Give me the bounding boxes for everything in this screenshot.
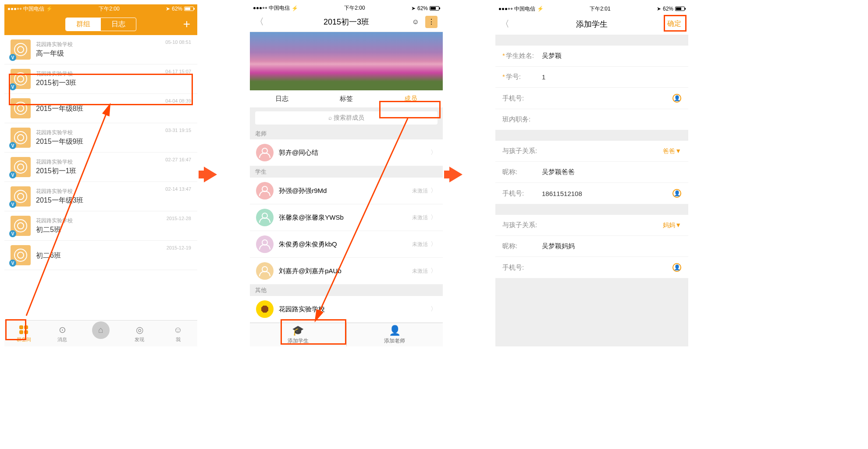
seg-logs[interactable]: 日志 xyxy=(101,18,136,31)
menu-icon[interactable]: ⋮ xyxy=(425,16,438,28)
chat-icon[interactable]: ☺ xyxy=(409,16,422,28)
add-student-button[interactable]: 🎓添加学生 xyxy=(250,323,347,346)
header: 〈 添加学生 确定 xyxy=(495,13,688,35)
group-item[interactable]: 2015一年级8班04-04 08:39 xyxy=(4,94,197,123)
search-input[interactable]: ⌕ 搜索群成员 xyxy=(255,111,438,125)
tabs: 日志 标签 成员 xyxy=(250,90,443,108)
sunflower-icon xyxy=(256,300,274,318)
member-item[interactable]: 花园路实验学校〉 xyxy=(250,296,443,323)
nav-me[interactable]: ☺我 xyxy=(159,321,197,346)
field-name[interactable]: *学生姓名:吴梦颖 xyxy=(495,46,688,67)
status-bar: 中国电信 ⚡ 下午2:00 ➤ 62% xyxy=(250,4,443,12)
field-relation[interactable]: 与孩子关系:爸爸▼ xyxy=(495,141,688,162)
grad-cap-icon: 🎓 xyxy=(292,325,304,336)
back-button[interactable]: 〈 xyxy=(501,18,509,30)
group-list: V花园路实验学校高一年级05-10 08:51 V花园路实验学校2015初一3班… xyxy=(4,35,197,320)
field-nick[interactable]: 昵称:吴梦颖爸爸 xyxy=(495,162,688,183)
group-item[interactable]: V初二6班2015-12-19 xyxy=(4,241,197,270)
member-item[interactable]: 孙强@孙强r9Md未激活〉 xyxy=(250,178,443,204)
group-item[interactable]: V花园路实验学校2015一年级9班03-31 19:15 xyxy=(4,123,197,153)
add-button[interactable]: + xyxy=(183,17,190,31)
group-item[interactable]: V花园路实验学校2015一年级3班02-14 13:47 xyxy=(4,182,197,211)
person-icon: 👤 xyxy=(389,325,401,336)
add-teacher-button[interactable]: 👤添加老师 xyxy=(347,323,443,346)
section-header: 其他 xyxy=(250,285,443,296)
group-item[interactable]: V花园路实验学校初二5班2015-12-28 xyxy=(4,211,197,241)
field-relation[interactable]: 与孩子关系:妈妈▼ xyxy=(495,215,688,236)
arrow-icon xyxy=(449,167,462,182)
section-header: 老师 xyxy=(250,128,443,139)
tab-log[interactable]: 日志 xyxy=(250,90,314,107)
section-header: 学生 xyxy=(250,166,443,178)
contact-icon[interactable]: 👤 xyxy=(672,189,681,198)
group-item[interactable]: V花园路实验学校2015初一3班04-17 15:07 xyxy=(4,64,197,94)
confirm-button[interactable]: 确定 xyxy=(665,18,683,29)
field-id[interactable]: *学号:1 xyxy=(495,67,688,88)
header: 〈 2015初一3班 ☺ ⋮ xyxy=(250,12,443,32)
segment-control[interactable]: 群组 日志 xyxy=(65,18,136,31)
field-phone[interactable]: 手机号:👤 xyxy=(495,88,688,109)
field-phone2[interactable]: 手机号:18611512108👤 xyxy=(495,183,688,204)
nav-msg[interactable]: ⊙消息 xyxy=(43,321,82,346)
status-bar: 中国电信 ⚡ 下午2:01 ➤ 62% xyxy=(495,4,688,13)
screen-add-student: 中国电信 ⚡ 下午2:01 ➤ 62% 〈 添加学生 确定 *学生姓名:吴梦颖 … xyxy=(495,4,688,346)
member-item[interactable]: 朱俊勇@朱俊勇kbQ未激活〉 xyxy=(250,231,443,258)
seg-groups[interactable]: 群组 xyxy=(66,18,101,31)
form: *学生姓名:吴梦颖 *学号:1 手机号:👤 班内职务: 与孩子关系:爸爸▼ 昵称… xyxy=(495,35,688,346)
tab-member[interactable]: 成员 xyxy=(378,90,443,107)
bottom-nav: 群空间 ⊙消息 ⌂ ◎发现 ☺我 xyxy=(4,320,197,346)
contact-icon[interactable]: 👤 xyxy=(672,263,681,272)
bottom-nav: 🎓添加学生 👤添加老师 xyxy=(250,323,443,346)
tab-tag[interactable]: 标签 xyxy=(314,90,379,107)
member-item[interactable]: 张馨泉@张馨泉YWSb未激活〉 xyxy=(250,204,443,231)
screen-class-members: 中国电信 ⚡ 下午2:00 ➤ 62% 〈 2015初一3班 ☺ ⋮ 日志 标签… xyxy=(250,4,443,346)
field-phone2[interactable]: 手机号:👤 xyxy=(495,257,688,278)
contact-icon[interactable]: 👤 xyxy=(672,94,681,103)
group-item[interactable]: V花园路实验学校高一年级05-10 08:51 xyxy=(4,35,197,64)
back-button[interactable]: 〈 xyxy=(255,16,264,28)
search-bar: ⌕ 搜索群成员 xyxy=(250,108,443,128)
arrow-icon xyxy=(204,167,217,182)
member-item[interactable]: 刘嘉卉@刘嘉卉pAUb未激活〉 xyxy=(250,258,443,285)
page-title: 添加学生 xyxy=(576,19,608,29)
nav-discover[interactable]: ◎发现 xyxy=(120,321,159,346)
header: 群组 日志 + xyxy=(4,13,197,35)
member-item[interactable]: 郭卉@同心结〉 xyxy=(250,139,443,166)
field-duty[interactable]: 班内职务: xyxy=(495,109,688,130)
field-nick[interactable]: 昵称:吴梦颖妈妈 xyxy=(495,236,688,257)
status-bar: 中国电信 ⚡ 下午2:00 ➤ 62% xyxy=(4,4,197,13)
group-item[interactable]: V花园路实验学校2015初一1班02-27 16:47 xyxy=(4,153,197,182)
nav-space[interactable]: 群空间 xyxy=(4,321,43,346)
nav-home[interactable]: ⌂ xyxy=(82,321,120,346)
page-title: 2015初一3班 xyxy=(324,17,369,27)
screen-group-list: 中国电信 ⚡ 下午2:00 ➤ 62% 群组 日志 + V花园路实验学校高一年级… xyxy=(4,4,197,346)
cover-image xyxy=(250,32,443,91)
